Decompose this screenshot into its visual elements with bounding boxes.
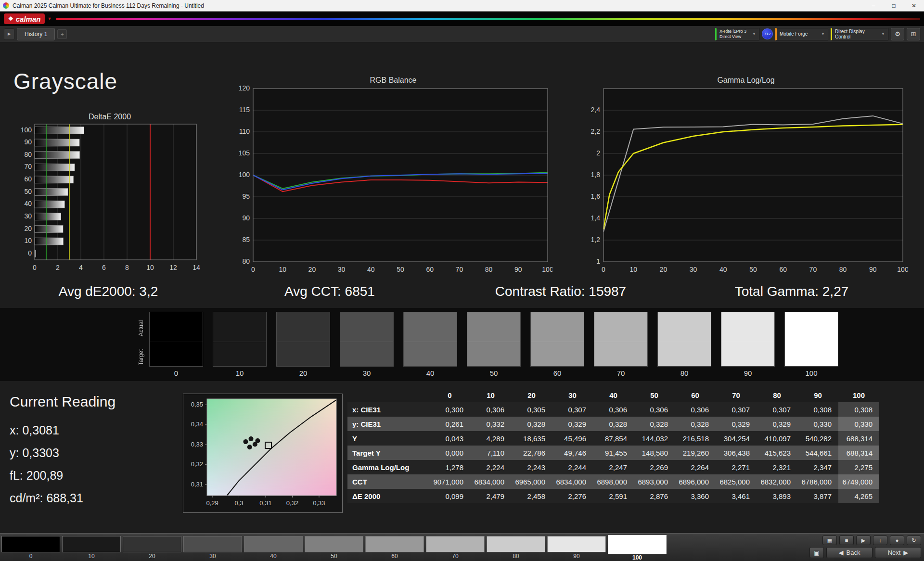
pattern-level-10[interactable]: 10: [62, 536, 121, 561]
pattern-level-20[interactable]: 20: [123, 536, 181, 561]
next-button[interactable]: Next ▶: [875, 547, 921, 558]
app-icon: [3, 2, 9, 9]
pattern-patch[interactable]: [547, 536, 606, 552]
table-cell: 688,314: [838, 446, 879, 460]
pattern-label: 60: [365, 553, 424, 560]
svg-text:60: 60: [24, 175, 32, 183]
close-button[interactable]: ✕: [904, 0, 924, 11]
calman-app-window: Calman 2025 Calman Ultimate for Business…: [0, 0, 924, 561]
table-cell: 2,243: [511, 460, 552, 474]
refresh-button[interactable]: ↻: [907, 536, 921, 545]
rgb-balance-chart-title: RGB Balance: [234, 75, 552, 86]
pattern-patch[interactable]: [608, 535, 667, 554]
table-cell: 6832,000: [757, 474, 797, 489]
table-cell: 6786,000: [797, 474, 838, 489]
table-cell: 688,314: [838, 431, 879, 446]
svg-text:4: 4: [79, 264, 83, 271]
svg-text:20: 20: [660, 266, 667, 273]
minimize-button[interactable]: –: [863, 0, 884, 11]
table-cell: 18,635: [511, 431, 552, 446]
workspace-layout-button[interactable]: ⊞: [907, 28, 920, 40]
table-cell: 3,893: [757, 489, 797, 503]
table-cell: 6893,000: [634, 474, 675, 489]
table-cell: 0,306: [634, 402, 675, 417]
measurement-table: 0102030405060708090100x: CIE310,3000,306…: [347, 388, 879, 503]
pattern-patch[interactable]: [123, 536, 181, 552]
swatch-80: 80: [657, 312, 711, 377]
settings-gear-button[interactable]: ⚙: [891, 28, 904, 40]
table-cell: 3,461: [716, 489, 757, 503]
svg-text:10: 10: [146, 264, 154, 271]
column-header: 70: [716, 388, 757, 402]
back-icon: ◀: [839, 549, 844, 556]
source-selector[interactable]: Mobile Forge ▼: [775, 28, 828, 40]
back-button[interactable]: ◀ Back: [826, 547, 873, 558]
pattern-level-70[interactable]: 70: [426, 536, 485, 561]
stop-button[interactable]: ■: [839, 536, 854, 545]
cie-chart-panel: 0,290,30,310,320,330,350,340,330,320,31: [183, 394, 343, 513]
pattern-window-button[interactable]: ▦: [822, 536, 837, 545]
deltae-chart-title: DeltaE 2000: [18, 112, 201, 122]
save-button[interactable]: ↓: [873, 536, 887, 545]
display-control-selector[interactable]: Direct Display Control ▼: [831, 28, 888, 40]
pattern-patch[interactable]: [183, 536, 242, 552]
pattern-patch[interactable]: [305, 536, 363, 552]
reading-value: fL: 200,89: [10, 466, 83, 488]
history-panel-toggle[interactable]: ▶: [4, 28, 14, 40]
logo-bar: ❖ calman ▼: [0, 12, 924, 26]
pattern-window-icon: ▦: [827, 537, 832, 544]
svg-text:14: 14: [192, 264, 200, 271]
pattern-level-30[interactable]: 30: [183, 536, 242, 561]
pattern-level-80[interactable]: 80: [487, 536, 545, 561]
pattern-level-40[interactable]: 40: [244, 536, 303, 561]
table-row: CCT9071,0006834,0006965,0006834,0006898,…: [347, 474, 879, 489]
table-cell: 2,276: [552, 489, 593, 503]
table-cell: 2,876: [634, 489, 675, 503]
record-button[interactable]: ●: [890, 536, 904, 545]
svg-text:2: 2: [596, 149, 600, 157]
maximize-button[interactable]: □: [884, 0, 904, 11]
table-cell: 0,308: [797, 402, 838, 417]
row-label: x: CIE31: [347, 402, 429, 417]
swatch-60: 60: [530, 312, 584, 377]
logo-menu-caret-icon[interactable]: ▼: [47, 16, 51, 21]
table-cell: 6834,000: [470, 474, 511, 489]
pattern-grid-button[interactable]: ▣: [809, 547, 824, 558]
svg-text:2,2: 2,2: [591, 128, 601, 135]
calman-logo[interactable]: ❖ calman: [4, 13, 45, 24]
swatch-target: [594, 342, 647, 366]
rainbow-divider: [56, 18, 920, 20]
svg-text:60: 60: [426, 266, 434, 273]
swatch-actual: [721, 312, 774, 342]
chevron-down-icon: ▼: [752, 32, 756, 36]
column-header: 20: [511, 388, 552, 402]
pattern-level-90[interactable]: 90: [547, 536, 606, 561]
svg-text:10: 10: [279, 266, 286, 273]
svg-text:90: 90: [514, 266, 522, 273]
pattern-patch[interactable]: [365, 536, 424, 552]
meter-selector[interactable]: X-Rite i1Pro 3 Direct View ▼: [715, 28, 759, 40]
svg-text:100: 100: [21, 126, 32, 134]
table-cell: 0,261: [429, 417, 470, 431]
play-button[interactable]: ▶: [856, 536, 871, 545]
pattern-level-50[interactable]: 50: [305, 536, 363, 561]
pattern-patch[interactable]: [487, 536, 545, 552]
swatch-target: [213, 342, 266, 366]
add-page-button[interactable]: +: [57, 29, 67, 39]
svg-text:2,4: 2,4: [591, 106, 601, 114]
swatch-target: [150, 342, 203, 366]
table-cell: 91,455: [593, 446, 634, 460]
pattern-patch[interactable]: [1, 536, 60, 552]
pattern-level-0[interactable]: 0: [1, 536, 60, 561]
pattern-patch[interactable]: [62, 536, 121, 552]
table-cell: 0,329: [552, 417, 593, 431]
pattern-level-100[interactable]: 100: [608, 536, 667, 561]
pattern-patch[interactable]: [244, 536, 303, 552]
save-icon: ↓: [879, 537, 882, 543]
pattern-level-60[interactable]: 60: [365, 536, 424, 561]
swatch-label: 40: [403, 369, 457, 377]
pattern-label: 70: [426, 553, 485, 560]
pattern-patch[interactable]: [426, 536, 485, 552]
svg-text:0: 0: [251, 266, 255, 273]
tab-history-1[interactable]: History 1: [17, 28, 55, 40]
